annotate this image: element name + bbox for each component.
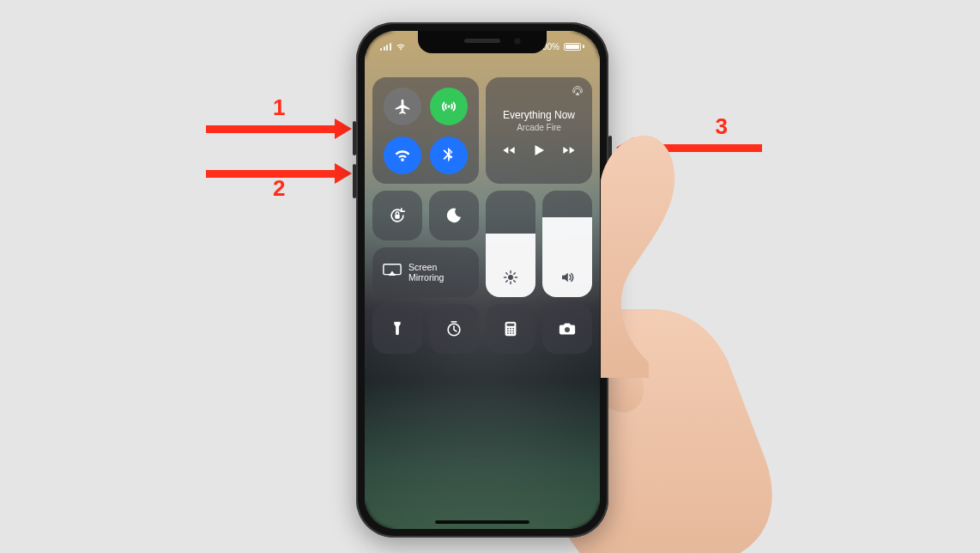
screen-mirroring-icon — [383, 263, 402, 282]
now-playing-artist: Arcade Fire — [517, 123, 561, 132]
svg-rect-8 — [507, 324, 515, 326]
battery-icon — [564, 43, 584, 51]
thumb-overlay — [601, 120, 695, 378]
screen-mirroring-button[interactable]: Screen Mirroring — [372, 247, 479, 297]
iphone-device: 100% — [356, 22, 608, 538]
volume-slider[interactable] — [542, 191, 592, 297]
wifi-status-icon — [396, 42, 406, 51]
next-track-button[interactable] — [562, 143, 576, 161]
svg-point-18 — [565, 327, 570, 332]
camera-button[interactable] — [542, 304, 592, 354]
svg-rect-3 — [395, 215, 400, 219]
annotation-arrow-1: 1 — [206, 118, 352, 139]
svg-point-4 — [508, 275, 513, 280]
connectivity-module[interactable] — [372, 77, 479, 184]
orientation-lock-toggle[interactable] — [372, 191, 422, 240]
wifi-toggle[interactable] — [384, 137, 421, 174]
now-playing-title: Everything Now — [503, 110, 575, 121]
svg-point-16 — [510, 332, 511, 334]
cellular-signal-icon — [380, 43, 391, 51]
previous-track-button[interactable] — [502, 143, 516, 161]
control-center: Everything Now Arcade Fire — [375, 77, 590, 354]
svg-point-17 — [512, 332, 514, 334]
annotation-label-1: 1 — [273, 94, 285, 121]
brightness-slider[interactable] — [486, 191, 535, 297]
volume-down-hardware-button[interactable] — [353, 164, 356, 198]
volume-up-hardware-button[interactable] — [353, 121, 356, 155]
svg-point-11 — [512, 328, 514, 330]
annotation-arrow-2: 2 — [206, 163, 352, 184]
screen-mirroring-label-1: Screen — [408, 262, 444, 272]
do-not-disturb-toggle[interactable] — [429, 191, 479, 240]
cellular-data-toggle[interactable] — [430, 88, 468, 125]
annotation-label-3: 3 — [716, 113, 728, 140]
annotation-label-2: 2 — [273, 175, 285, 202]
play-button[interactable] — [531, 143, 547, 161]
svg-point-10 — [510, 328, 511, 330]
brightness-icon — [503, 270, 518, 289]
svg-point-12 — [507, 330, 509, 331]
volume-icon — [560, 270, 575, 289]
timer-button[interactable] — [429, 304, 479, 354]
home-indicator[interactable] — [435, 520, 529, 524]
calculator-button[interactable] — [486, 304, 535, 354]
bluetooth-toggle[interactable] — [430, 137, 468, 174]
flashlight-button[interactable] — [372, 304, 422, 354]
screen-mirroring-label-2: Mirroring — [408, 272, 444, 283]
phone-screen: 100% — [365, 31, 600, 529]
now-playing-module[interactable]: Everything Now Arcade Fire — [486, 77, 592, 184]
svg-point-14 — [512, 330, 514, 331]
svg-point-9 — [507, 328, 509, 330]
svg-point-13 — [510, 330, 511, 331]
airplane-mode-toggle[interactable] — [384, 88, 421, 125]
svg-point-15 — [507, 332, 509, 334]
display-notch — [418, 31, 547, 53]
airplay-icon[interactable] — [572, 84, 584, 100]
svg-point-2 — [447, 105, 450, 107]
